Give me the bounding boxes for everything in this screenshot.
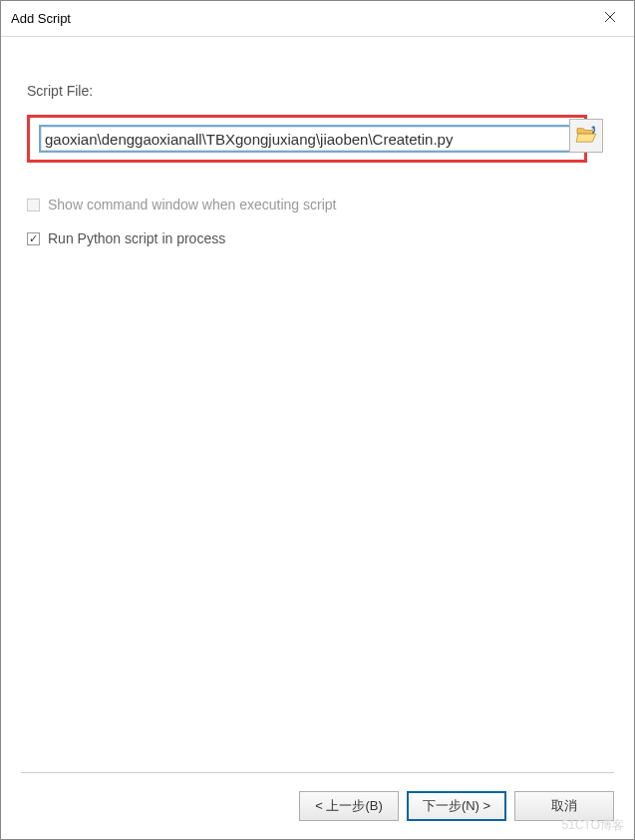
next-button[interactable]: 下一步(N) > xyxy=(407,791,506,821)
browse-button[interactable] xyxy=(569,119,603,153)
show-command-checkbox xyxy=(27,199,40,211)
close-button[interactable] xyxy=(586,1,634,37)
show-command-checkbox-row: Show command window when executing scrip… xyxy=(27,197,608,212)
run-in-process-checkbox-row[interactable]: Run Python script in process xyxy=(27,230,608,246)
back-button[interactable]: < 上一步(B) xyxy=(299,791,399,821)
script-file-label: Script File: xyxy=(27,83,608,99)
run-in-process-checkbox[interactable] xyxy=(27,232,40,245)
script-file-highlight xyxy=(27,115,587,163)
close-icon xyxy=(604,11,616,26)
cancel-button[interactable]: 取消 xyxy=(514,791,614,821)
script-file-input[interactable] xyxy=(40,126,574,152)
folder-open-icon xyxy=(575,126,597,147)
options-group: Show command window when executing scrip… xyxy=(27,197,608,246)
titlebar: Add Script xyxy=(1,1,634,37)
run-in-process-label: Run Python script in process xyxy=(48,230,225,246)
window-title: Add Script xyxy=(11,11,71,26)
button-bar: < 上一步(B) 下一步(N) > 取消 xyxy=(21,772,614,839)
show-command-label: Show command window when executing scrip… xyxy=(48,197,336,212)
dialog-content: Script File: Show command window when ex… xyxy=(1,37,634,246)
